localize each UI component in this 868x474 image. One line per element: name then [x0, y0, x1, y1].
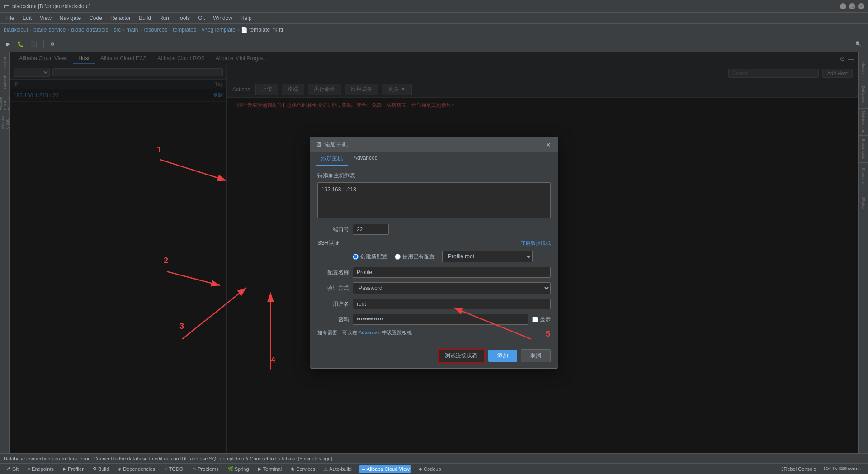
menu-refactor[interactable]: Refactor: [107, 14, 134, 22]
cancel-button[interactable]: 取消: [521, 349, 551, 362]
radio-existing-config[interactable]: 使用已有配置: [395, 253, 435, 261]
sidebar-cloud-explorer-icon[interactable]: Alibaba Cloud Explorer: [0, 92, 9, 110]
sidebar-maven-icon[interactable]: Maven: [859, 54, 868, 81]
sidebar-project-icon[interactable]: Project: [0, 54, 9, 72]
bottom-jrebel-console[interactable]: JRebel Console: [779, 465, 818, 473]
profile-select[interactable]: Profile root: [442, 251, 533, 262]
menu-code[interactable]: Code: [85, 14, 106, 22]
show-password-checkbox[interactable]: 显示: [532, 316, 551, 323]
sidebar-notifications-icon[interactable]: Notifications: [859, 109, 868, 136]
bottom-git[interactable]: ⎇ Git: [4, 465, 20, 473]
bottom-profiler[interactable]: ▶ Profiler: [61, 465, 85, 473]
username-input[interactable]: [353, 299, 551, 309]
modal-header: 🖥 添加主机 ✕: [310, 137, 558, 152]
build-icon: ⚙: [93, 466, 97, 471]
toolbar-settings-btn[interactable]: ⚙: [47, 40, 57, 48]
sidebar-commit-icon[interactable]: Commit: [0, 73, 9, 91]
terminal-icon: ▶: [258, 466, 262, 471]
password-input[interactable]: [353, 314, 528, 325]
modal-close-button[interactable]: ✕: [544, 141, 552, 149]
bottom-auto-build[interactable]: △ Auto-build: [322, 465, 354, 473]
bottom-terminal[interactable]: ▶ Terminal: [256, 465, 284, 473]
ssh-info-link[interactable]: 了解数据脱机: [521, 240, 551, 246]
host-list-entry: 192.168.1.218: [321, 186, 547, 193]
breadcrumb-templates[interactable]: templates: [173, 27, 196, 33]
toolbar-divider: [43, 40, 44, 48]
alibaba-cloud-view-icon: ☁: [361, 466, 365, 471]
bottom-problems[interactable]: ⚠ Problems: [190, 465, 220, 473]
config-name-input[interactable]: [353, 267, 551, 278]
modal-tab-advanced[interactable]: Advanced: [348, 152, 383, 166]
menu-build[interactable]: Build: [135, 14, 155, 22]
bottom-dependencies[interactable]: ◈ Dependencies: [116, 465, 156, 473]
hint-suffix: 中设置跳板机: [382, 330, 412, 335]
sidebar-bookmarks-icon[interactable]: Bookmarks: [859, 136, 868, 163]
menu-file[interactable]: File: [2, 14, 18, 22]
endpoints-icon: ○: [28, 466, 30, 471]
test-connection-button[interactable]: 测试连接状态: [438, 349, 485, 363]
title-bar: 🗃 bladxclout [D:\project\bladxclout] − □…: [0, 0, 868, 13]
ssh-radio-row: 创建新配置 使用已有配置 Profile root: [317, 251, 551, 262]
breadcrumb-bladxclout[interactable]: bladxclout: [4, 27, 28, 33]
menu-git[interactable]: Git: [194, 14, 208, 22]
bottom-build[interactable]: ⚙ Build: [91, 465, 111, 473]
menu-window[interactable]: Window: [209, 14, 236, 22]
bottom-todo-label: TODO: [169, 466, 184, 472]
breadcrumb-resources[interactable]: resources: [144, 27, 168, 33]
minimize-button[interactable]: −: [840, 3, 846, 9]
menu-tools[interactable]: Tools: [174, 14, 193, 22]
port-row: 端口号: [317, 224, 551, 235]
breadcrumb-yhbgtemplate[interactable]: yhbgTemplate: [202, 27, 236, 33]
sidebar-jrebel-icon[interactable]: JRebel: [859, 190, 868, 217]
modal-tab-add-host[interactable]: 添加主机: [316, 152, 348, 166]
breadcrumb-blade-service[interactable]: blade-service: [33, 27, 66, 33]
close-button[interactable]: ✕: [858, 3, 864, 9]
auth-select[interactable]: Password Key Other: [353, 282, 551, 294]
breadcrumb-blade-datatools[interactable]: blade-datatools: [71, 27, 108, 33]
modal-overlay: 1 2 3 4 5 🖥 添加主机 ✕ 添加主机 Advanced: [10, 52, 858, 453]
host-list-area[interactable]: 192.168.1.218: [317, 182, 551, 218]
bottom-codeup[interactable]: ◆ Codeup: [417, 465, 443, 473]
bottom-endpoints[interactable]: ○ Endpoints: [26, 465, 56, 473]
modal-dialog: 🖥 添加主机 ✕ 添加主机 Advanced 待添加主机列表 192.168.1…: [310, 137, 558, 369]
bottom-todo[interactable]: ✓ TODO: [162, 465, 185, 473]
hint-text: 如有需要，可以在 Advanced 中设置跳板机: [317, 329, 551, 336]
radio-new-config[interactable]: 创建新配置: [353, 253, 387, 261]
jrebel-console-label: JRebel Console: [781, 466, 816, 472]
bottom-services[interactable]: ◉ Services: [289, 465, 317, 473]
breadcrumb-src[interactable]: src: [113, 27, 121, 33]
host-list-label: 待添加主机列表: [317, 172, 551, 180]
bottom-spring[interactable]: 🌿 Spring: [226, 465, 251, 473]
menu-run[interactable]: Run: [156, 14, 173, 22]
menu-bar: File Edit View Navigate Code Refactor Bu…: [0, 13, 868, 24]
port-input[interactable]: [353, 224, 389, 235]
menu-navigate[interactable]: Navigate: [56, 14, 85, 22]
svg-line-2: [167, 271, 220, 285]
show-password-input[interactable]: [532, 317, 538, 322]
sidebar-database-icon[interactable]: Database: [859, 81, 868, 109]
maximize-button[interactable]: □: [849, 3, 855, 9]
ssh-section-label: SSH认证 了解数据脱机: [317, 239, 551, 247]
auto-build-icon: △: [324, 466, 328, 471]
menu-view[interactable]: View: [36, 14, 55, 22]
bottom-terminal-label: Terminal: [263, 466, 282, 472]
bottom-alibaba-cloud-view[interactable]: ☁ Alibaba Cloud View: [359, 465, 411, 473]
breadcrumb-main[interactable]: main: [126, 27, 138, 33]
sidebar-structure-icon[interactable]: Structure: [859, 163, 868, 190]
breadcrumb-bar: bladxclout › blade-service › blade-datat…: [0, 24, 868, 36]
sidebar-cloud-icon[interactable]: Alibaba Cloud: [0, 111, 9, 129]
bottom-csdn[interactable]: CSDN ⌨hwrm...: [822, 465, 864, 473]
radio-new-input[interactable]: [353, 254, 359, 260]
toolbar-debug-btn[interactable]: 🐛: [14, 40, 26, 48]
menu-help[interactable]: Help: [237, 14, 255, 22]
dependencies-icon: ◈: [118, 466, 122, 471]
radio-existing-input[interactable]: [395, 254, 401, 260]
menu-edit[interactable]: Edit: [19, 14, 35, 22]
toolbar-stop-btn[interactable]: ⬛: [28, 40, 40, 48]
toolbar-run-btn[interactable]: ▶: [4, 40, 13, 48]
confirm-add-button[interactable]: 添加: [488, 350, 517, 362]
breadcrumb-active-file[interactable]: 📄 template_fk.ftl: [241, 27, 283, 33]
svg-line-1: [160, 160, 226, 180]
toolbar-search-btn[interactable]: 🔍: [853, 40, 864, 48]
advanced-link[interactable]: Advanced: [359, 330, 381, 335]
